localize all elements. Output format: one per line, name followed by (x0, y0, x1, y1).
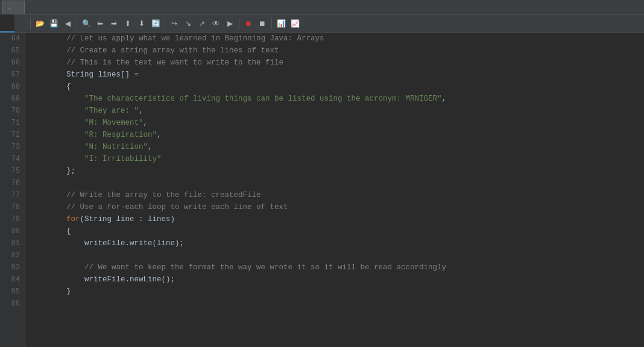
string-token: "N: Nutrition" (84, 143, 148, 151)
code-line: writeFile.newLine(); (30, 274, 644, 286)
save-icon: 💾 (49, 19, 58, 28)
toolbar-separator-1 (30, 17, 31, 30)
line-numbers: 6465666768697071727374757677787980818283… (0, 33, 25, 347)
string-token: "I: Irritability" (84, 155, 162, 163)
toolbar-btn-8[interactable]: ⬇ (135, 17, 148, 30)
toolbar: 📂 💾 ◀ 🔍 ⬅ ➡ ⬆ ⬇ 🔄 ↪ ↘ ↗ 👁 ▶ ⏺ ⏹ 📊 📈 (0, 14, 644, 33)
normal-token (30, 95, 84, 103)
line-number: 64 (0, 33, 25, 45)
code-line: // Write the array to the file: createdF… (30, 189, 644, 201)
toolbar-btn-18[interactable]: 📈 (288, 17, 301, 30)
toolbar-btn-11[interactable]: ↘ (182, 17, 195, 30)
normal-token (30, 215, 66, 224)
code-line: "R: Respiration", (30, 129, 644, 141)
string-token: "They are: " (84, 107, 139, 115)
type-token: String (84, 215, 112, 224)
toolbar-btn-7[interactable]: ⬆ (121, 17, 134, 30)
file-tab[interactable]: ☕ (2, 1, 25, 14)
line-number: 69 (0, 93, 25, 105)
line-number: 79 (0, 213, 25, 225)
line-number: 78 (0, 201, 25, 213)
code-line: "They are: ", (30, 105, 644, 117)
code-line: writeFile.write(line); (30, 237, 644, 249)
chart-icon: 📊 (277, 19, 286, 28)
normal-token: , (139, 107, 144, 115)
line-number: 81 (0, 237, 25, 249)
watch-icon: 👁 (212, 19, 219, 28)
string-token: "The characteristics of living things ca… (84, 95, 442, 103)
up-icon: ⬆ (125, 19, 131, 28)
toolbar-separator-2 (77, 17, 77, 30)
line-number: 82 (0, 249, 25, 261)
toolbar-btn-2[interactable]: 💾 (47, 17, 60, 30)
record-icon: ⏺ (245, 19, 252, 28)
java-icon: ☕ (8, 4, 12, 11)
code-line: // This is the text we want to write to … (30, 57, 644, 69)
code-line: // Let us apply what we learned in Begin… (30, 33, 644, 45)
code-line (30, 177, 644, 189)
normal-token: lines[] = (93, 70, 139, 79)
toolbar-group-4: ⏺ ⏹ (241, 17, 270, 30)
comment-token: // Let us apply what we learned in Begin… (30, 34, 324, 43)
history-tab[interactable] (14, 14, 29, 33)
editor-container: 6465666768697071727374757677787980818283… (0, 33, 644, 347)
toolbar-btn-17[interactable]: 📊 (274, 17, 288, 30)
refresh-icon: 🔄 (151, 19, 160, 28)
normal-token (30, 70, 66, 79)
line-number: 76 (0, 177, 25, 189)
toolbar-group-2: 🔍 ⬅ ➡ ⬆ ⬇ 🔄 (78, 17, 163, 30)
down-icon: ⬇ (139, 19, 145, 28)
toolbar-btn-15[interactable]: ⏺ (242, 17, 255, 30)
line-number: 72 (0, 129, 25, 141)
code-line: // Use a for-each loop to write each lin… (30, 201, 644, 213)
toolbar-group-3: ↪ ↘ ↗ 👁 ▶ (166, 17, 238, 30)
toolbar-btn-4[interactable]: 🔍 (80, 17, 93, 30)
normal-token (30, 155, 84, 163)
line-number: 71 (0, 117, 25, 129)
step-out-icon: ↗ (199, 19, 205, 28)
line-number: 70 (0, 105, 25, 117)
comment-token: // We want to keep the format the way we… (30, 263, 446, 272)
code-area[interactable]: // Let us apply what we learned in Begin… (25, 33, 644, 347)
type-token: String (66, 70, 93, 79)
toolbar-btn-14[interactable]: ▶ (223, 17, 236, 30)
code-line: // We want to keep the format the way we… (30, 261, 644, 274)
string-token: "M: Movement" (84, 119, 144, 127)
toolbar-btn-5[interactable]: ⬅ (93, 17, 107, 30)
normal-token: ( (80, 215, 85, 224)
toolbar-btn-9[interactable]: 🔄 (149, 17, 162, 30)
toolbar-btn-16[interactable]: ⏹ (256, 17, 269, 30)
normal-token (30, 131, 84, 139)
line-number: 65 (0, 45, 25, 57)
line-number: 74 (0, 153, 25, 165)
normal-token: }; (30, 167, 75, 175)
comment-token: // Create a string array with the lines … (30, 46, 279, 55)
toolbar-group-1: 📂 💾 ◀ (32, 17, 75, 30)
line-number: 80 (0, 225, 25, 237)
toolbar-separator-4 (239, 17, 239, 30)
toolbar-btn-10[interactable]: ↪ (168, 17, 181, 30)
toolbar-btn-3[interactable]: ◀ (61, 17, 74, 30)
line-number: 67 (0, 69, 25, 81)
code-line: "The characteristics of living things ca… (30, 93, 644, 105)
open-file-icon: 📂 (36, 19, 45, 28)
string-token: "R: Respiration" (84, 131, 157, 139)
code-line: for(String line : lines) (30, 213, 644, 225)
line-number: 84 (0, 274, 25, 286)
toolbar-btn-12[interactable]: ↗ (195, 17, 209, 30)
toolbar-btn-1[interactable]: 📂 (33, 17, 46, 30)
line-number: 73 (0, 141, 25, 153)
line-number: 85 (0, 286, 25, 298)
code-line: { (30, 225, 644, 237)
code-line: "M: Movement", (30, 117, 644, 129)
normal-token: { (30, 83, 71, 91)
run-icon: ▶ (227, 19, 233, 28)
normal-token (30, 119, 84, 127)
normal-token: , (144, 119, 148, 127)
line-number: 66 (0, 57, 25, 69)
line-number: 86 (0, 298, 25, 310)
toolbar-btn-6[interactable]: ➡ (107, 17, 121, 30)
toolbar-btn-13[interactable]: 👁 (209, 17, 223, 30)
normal-token: , (148, 143, 153, 151)
source-tab[interactable] (0, 14, 14, 33)
